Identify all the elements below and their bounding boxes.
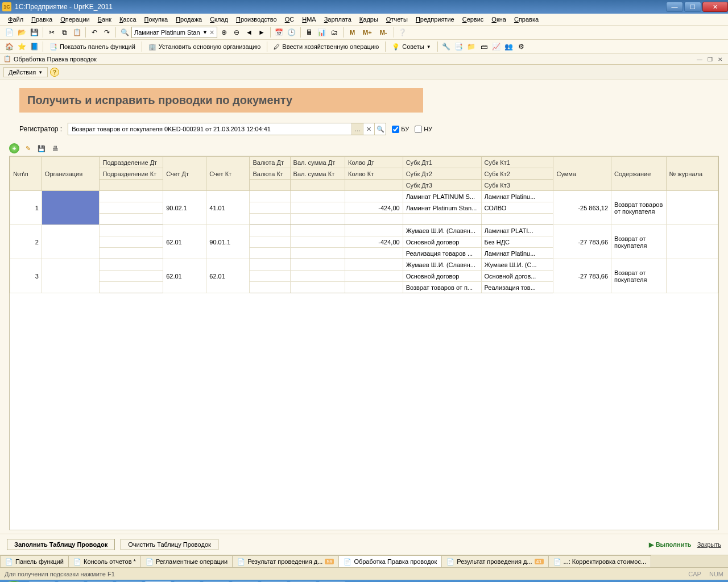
registrator-label: Регистратор : <box>19 125 62 133</box>
m-plus-button[interactable]: M+ <box>359 28 375 37</box>
subwindow-header: 📋 Обработка Правка проводок — ❐ ✕ <box>0 54 728 65</box>
chevron-down-icon: ▼ <box>38 70 43 75</box>
bu-checkbox[interactable]: БУ <box>392 126 409 133</box>
toolbar-primary: 📄 📂 💾 ✂ ⧉ 📋 ↶ ↷ 🔍 ▼ ✕ ⊕ ⊖ ◄ ► 📅 🕒 🖩 📊 🗂 … <box>0 26 728 40</box>
copy-icon[interactable]: ⧉ <box>59 27 70 38</box>
window-tab[interactable]: 📄Результат проведения д...59 <box>232 555 339 567</box>
enter-op-button[interactable]: 🖊Ввести хозяйственную операцию <box>270 42 382 51</box>
menu-окна[interactable]: Окна <box>488 15 510 24</box>
menu-операции[interactable]: Операции <box>57 15 93 24</box>
undo-icon[interactable]: ↶ <box>89 27 100 38</box>
execute-button[interactable]: ▶Выполнить <box>649 541 692 548</box>
menu-правка[interactable]: Правка <box>28 15 56 24</box>
fill-table-button[interactable]: Заполнить Таблицу Проводок <box>7 539 115 550</box>
table-row[interactable]: 3 62.01 62.01 Жумаев Ш.И. (Славян... Жум… <box>10 259 718 271</box>
menu-производство[interactable]: Производство <box>233 15 280 24</box>
select-registrator-button[interactable]: … <box>351 123 363 135</box>
settings2-icon[interactable]: ⚙ <box>516 41 527 52</box>
calendar-icon[interactable]: 📅 <box>274 27 285 38</box>
content-area: Получить и исправить проводки по докумен… <box>0 80 728 534</box>
search-combo[interactable]: ▼ ✕ <box>131 27 217 38</box>
menu-банк[interactable]: Банк <box>94 15 115 24</box>
nu-checkbox[interactable]: НУ <box>415 126 432 133</box>
menu-нма[interactable]: НМА <box>299 15 319 24</box>
add-row-button[interactable]: + <box>9 143 19 153</box>
doc-icon[interactable]: 📑 <box>453 41 465 52</box>
edit-row-button[interactable]: ✎ <box>23 143 33 153</box>
menu-отчеты[interactable]: Отчеты <box>383 15 411 24</box>
help-icon[interactable]: ❔ <box>397 27 408 38</box>
window-tab[interactable]: 📄Панель функций <box>0 555 69 567</box>
clock-icon[interactable]: 🕒 <box>286 27 297 38</box>
menu-справка[interactable]: Справка <box>511 15 542 24</box>
menu-покупка[interactable]: Покупка <box>141 15 172 24</box>
menu-кадры[interactable]: Кадры <box>356 15 382 24</box>
clear-registrator-button[interactable]: ✕ <box>363 123 374 135</box>
dropdown-icon[interactable]: ▼ <box>202 30 208 35</box>
report2-icon[interactable]: 📈 <box>491 41 502 52</box>
window-tab[interactable]: 📄Обработка Правка проводок <box>338 555 442 567</box>
menu-склад[interactable]: Склад <box>206 15 231 24</box>
window-tab[interactable]: 📄...: Корректировка стоимос... <box>548 555 652 567</box>
show-panel-button[interactable]: 📑Показать панель функций <box>46 42 139 52</box>
subwindow-close-button[interactable]: ✕ <box>715 55 725 63</box>
window-tab[interactable]: 📄Консоль отчетов * <box>68 555 141 567</box>
help-button[interactable]: ? <box>50 68 59 77</box>
list-icon[interactable]: 🗂 <box>329 27 340 38</box>
subwindow-title: Обработка Правка проводок <box>14 56 97 63</box>
open-icon[interactable]: 📂 <box>16 27 27 38</box>
clear-table-button[interactable]: Очистить Таблицу Проводок <box>121 539 218 550</box>
home-icon[interactable]: 🏠 <box>3 41 15 52</box>
menu-предприятие[interactable]: Предприятие <box>412 15 458 24</box>
grid-toolbar: + ✎ 💾 🖶 <box>9 143 723 153</box>
window-tab[interactable]: 📄Результат проведения д...41 <box>441 555 548 567</box>
m-button[interactable]: M <box>346 28 358 37</box>
cut-icon[interactable]: ✂ <box>46 27 57 38</box>
new-document-icon[interactable]: 📄 <box>3 27 15 38</box>
window-minimize-button[interactable]: — <box>666 2 683 12</box>
star-icon[interactable]: ⭐ <box>16 41 27 52</box>
menu-файл[interactable]: Файл <box>5 15 27 24</box>
search-input[interactable] <box>134 29 202 36</box>
menu-касса[interactable]: Касса <box>116 15 140 24</box>
subwindow-minimize-button[interactable]: — <box>695 55 704 63</box>
page-title-banner: Получить и исправить проводки по докумен… <box>19 88 423 113</box>
find-registrator-button[interactable]: 🔍 <box>374 123 386 135</box>
table-row[interactable]: 2 62.01 90.01.1 Жумаев Ш.И. (Славян... Л… <box>10 225 718 236</box>
close-link[interactable]: Закрыть <box>697 541 721 548</box>
menu-продажа[interactable]: Продажа <box>172 15 205 24</box>
nav-back-icon[interactable]: ◄ <box>243 27 255 38</box>
redo-icon[interactable]: ↷ <box>101 27 113 38</box>
subwindow-restore-button[interactable]: ❐ <box>705 55 714 63</box>
table-row[interactable]: 1 90.02.1 41.01 Ламинат PLATINUM S... Ла… <box>10 191 718 202</box>
table-icon[interactable]: 🗃 <box>478 41 490 52</box>
menu-зарплата[interactable]: Зарплата <box>321 15 355 24</box>
menu-сервис[interactable]: Сервис <box>459 15 487 24</box>
actions-dropdown[interactable]: Действия ▼ <box>3 67 48 77</box>
set-org-button[interactable]: 🏢Установить основную организацию <box>145 42 264 52</box>
zoom-out-icon[interactable]: ⊖ <box>231 27 242 38</box>
tips-button[interactable]: 💡Советы▼ <box>388 42 434 52</box>
paste-icon[interactable]: 📋 <box>71 27 82 38</box>
m-minus-button[interactable]: M- <box>377 28 391 37</box>
book-icon[interactable]: 📘 <box>28 41 40 52</box>
save-icon[interactable]: 💾 <box>28 27 40 38</box>
print-button[interactable]: 🖶 <box>50 143 60 153</box>
tool-icon[interactable]: 🔧 <box>441 41 452 52</box>
calc-icon[interactable]: 🖩 <box>304 27 315 38</box>
window-close-button[interactable]: ✕ <box>702 2 728 12</box>
menu-ос[interactable]: ОС <box>282 15 298 24</box>
report-icon[interactable]: 📊 <box>316 27 328 38</box>
zoom-in-icon[interactable]: ⊕ <box>218 27 230 38</box>
nav-fwd-icon[interactable]: ► <box>256 27 267 38</box>
window-tab[interactable]: 📄Регламентные операции <box>140 555 233 567</box>
registrator-input[interactable] <box>68 126 351 132</box>
window-titlebar: 1C 1С:Предприятие - UprKE_2011 — ☐ ✕ <box>0 0 728 14</box>
folder-icon[interactable]: 📁 <box>466 41 477 52</box>
entries-grid[interactable]: №п\п Организация Подразделение Дт Счет Д… <box>9 156 719 530</box>
save-button[interactable]: 💾 <box>36 143 47 153</box>
clear-search-icon[interactable]: ✕ <box>209 29 214 36</box>
search-icon[interactable]: 🔍 <box>119 27 130 38</box>
window-maximize-button[interactable]: ☐ <box>684 2 701 12</box>
users-icon[interactable]: 👥 <box>503 41 515 52</box>
